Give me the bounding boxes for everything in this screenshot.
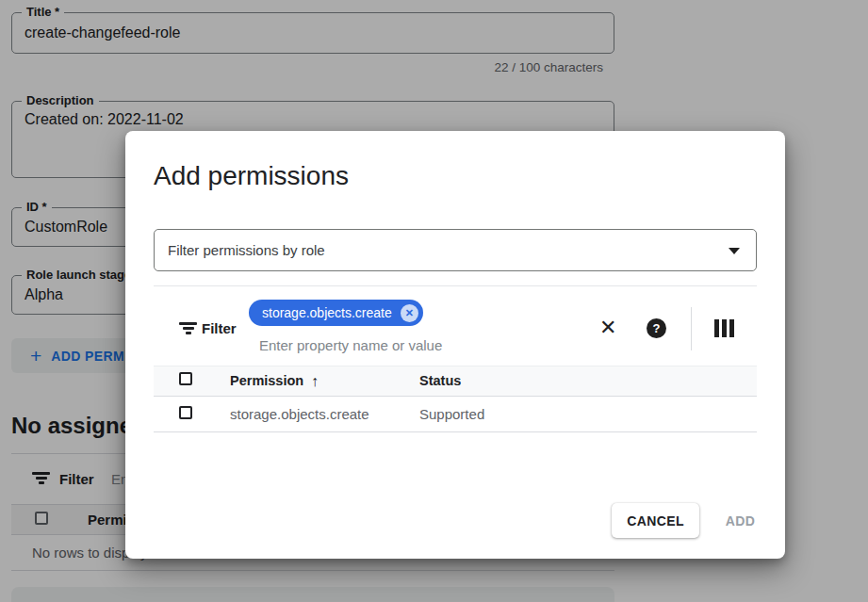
cancel-button[interactable]: CANCEL (612, 503, 699, 538)
filter-chip-label: storage.objects.create (262, 305, 392, 320)
row-checkbox[interactable] (179, 406, 192, 419)
permissions-table-header: Permission ↑ Status (154, 366, 757, 397)
divider (154, 285, 757, 286)
permission-cell: storage.objects.create (230, 398, 369, 431)
filter-chip[interactable]: storage.objects.create ✕ (249, 300, 423, 326)
clear-filter-icon[interactable]: ✕ (599, 316, 616, 340)
help-icon[interactable]: ? (647, 318, 666, 338)
add-permissions-dialog: Add permissions Filter permissions by ro… (125, 131, 785, 559)
chevron-down-icon (729, 248, 740, 254)
dialog-title: Add permissions (154, 161, 349, 191)
status-column-header[interactable]: Status (419, 366, 461, 396)
table-row[interactable]: storage.objects.create Supported (154, 398, 757, 432)
status-cell: Supported (419, 398, 484, 431)
permission-column-header[interactable]: Permission (230, 366, 303, 396)
filter-label: Filter (202, 320, 237, 336)
add-button[interactable]: ADD (714, 503, 766, 538)
divider (691, 307, 692, 350)
column-display-options-icon[interactable] (714, 319, 734, 337)
filter-permissions-by-role-select[interactable]: Filter permissions by role (154, 229, 757, 271)
chip-remove-icon[interactable]: ✕ (401, 304, 418, 322)
sort-ascending-icon[interactable]: ↑ (311, 366, 319, 396)
role-select-placeholder: Filter permissions by role (168, 230, 325, 270)
filter-icon (179, 322, 197, 335)
select-all-checkbox[interactable] (179, 372, 192, 385)
filter-input[interactable]: Enter property name or value (259, 337, 442, 353)
screen: Title * create-changefeed-role 22 / 100 … (0, 0, 868, 602)
